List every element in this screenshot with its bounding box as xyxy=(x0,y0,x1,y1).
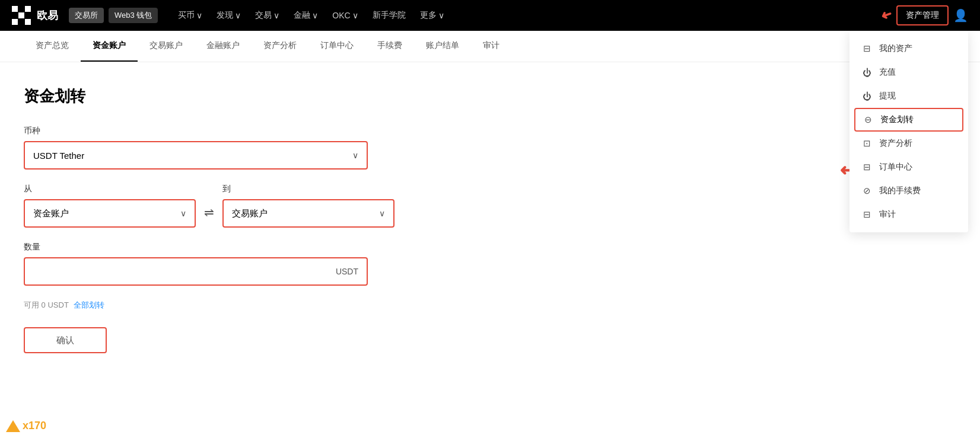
quantity-unit: USDT xyxy=(336,267,358,276)
top-navigation: 欧易 交易所 Web3 钱包 买币 ∨ 发现 ∨ 交易 ∨ 金融 ∨ OKC ∨… xyxy=(0,0,980,31)
chart-icon: ⊡ xyxy=(861,138,872,149)
svg-rect-9 xyxy=(25,19,31,25)
fee-icon: ⊘ xyxy=(861,186,872,196)
upload-icon: ⏻ xyxy=(861,91,872,101)
sub-navigation: 资产总览 资金账户 交易账户 金融账户 资产分析 订单中心 手续费 账户结单 审… xyxy=(0,31,980,62)
dropdown-menu: ⊟ 我的资产 ⏻ 充值 ⏻ 提现 ⊖ 资金划转 ⊡ 资产分析 ⊟ 订单中心 ⊘ … xyxy=(849,31,968,232)
user-icon[interactable]: 👤 xyxy=(953,8,968,23)
dropdown-item-audit[interactable]: ⊟ 审计 xyxy=(849,203,968,226)
logo-area: 欧易 xyxy=(12,6,58,25)
dropdown-item-asset-analysis[interactable]: ⊡ 资产分析 xyxy=(849,132,968,155)
dropdown-item-fee[interactable]: ⊘ 我的手续费 xyxy=(849,179,968,203)
quantity-label: 数量 xyxy=(24,242,498,252)
available-text: 可用 0 USDT xyxy=(24,300,69,311)
main-content: 资金划转 币种 USDT Tether ∨ 从 资金账户 ∨ ⇌ 到 xyxy=(0,62,980,377)
nav-pill-web3[interactable]: Web3 钱包 xyxy=(109,8,158,23)
svg-rect-8 xyxy=(18,19,24,25)
list-icon: ⊟ xyxy=(861,162,872,172)
to-group: 到 交易账户 ∨ xyxy=(222,184,394,228)
subnav-asset-overview[interactable]: 资产总览 xyxy=(24,31,81,62)
quantity-input-wrap: USDT xyxy=(24,257,368,286)
transfer-all-link[interactable]: 全部划转 xyxy=(74,300,104,311)
to-chevron-icon: ∨ xyxy=(379,209,385,218)
chevron-down-icon: ∨ xyxy=(352,151,358,160)
subnav-asset-analysis[interactable]: 资产分析 xyxy=(252,31,308,62)
okx-logo xyxy=(12,6,31,25)
audit-icon: ⊟ xyxy=(861,209,872,220)
available-row: 可用 0 USDT 全部划转 xyxy=(24,300,498,311)
from-group: 从 资金账户 ∨ xyxy=(24,184,196,228)
nav-links: 买币 ∨ 发现 ∨ 交易 ∨ 金融 ∨ OKC ∨ 新手学院 更多 ∨ xyxy=(172,7,450,24)
swap-button[interactable]: ⇌ xyxy=(204,205,214,219)
asset-management-button[interactable]: 资产管理 xyxy=(896,5,949,25)
svg-rect-4 xyxy=(12,12,18,18)
svg-rect-2 xyxy=(18,6,24,12)
nav-discover[interactable]: 发现 ∨ xyxy=(211,7,247,24)
wallet-icon: ⊟ xyxy=(861,43,872,54)
svg-rect-1 xyxy=(12,6,18,12)
nav-right: ➜ 资产管理 👤 xyxy=(881,5,968,25)
svg-rect-5 xyxy=(18,12,24,18)
subnav-audit[interactable]: 审计 xyxy=(471,31,511,62)
nav-more[interactable]: 更多 ∨ xyxy=(414,7,450,24)
from-label: 从 xyxy=(24,184,196,194)
dropdown-item-deposit[interactable]: ⏻ 充值 xyxy=(849,60,968,84)
from-to-row: 从 资金账户 ∨ ⇌ 到 交易账户 ∨ xyxy=(24,184,498,228)
logo-text: 欧易 xyxy=(37,8,58,23)
from-select[interactable]: 资金账户 ∨ xyxy=(24,199,196,228)
dropdown-item-my-assets[interactable]: ⊟ 我的资产 xyxy=(849,37,968,60)
dropdown-item-transfer[interactable]: ⊖ 资金划转 xyxy=(854,108,963,132)
subnav-account-statement[interactable]: 账户结单 xyxy=(414,31,471,62)
currency-select[interactable]: USDT Tether ∨ xyxy=(24,141,368,170)
currency-field-group: 币种 USDT Tether ∨ xyxy=(24,126,498,170)
transfer-icon: ⊖ xyxy=(863,114,873,125)
from-chevron-icon: ∨ xyxy=(180,209,186,218)
subnav-trade-account[interactable]: 交易账户 xyxy=(138,31,195,62)
to-select[interactable]: 交易账户 ∨ xyxy=(222,199,394,228)
nav-okc[interactable]: OKC ∨ xyxy=(326,7,364,24)
subnav-fund-account[interactable]: 资金账户 xyxy=(81,31,138,62)
subnav-order-center[interactable]: 订单中心 xyxy=(308,31,365,62)
to-value: 交易账户 xyxy=(232,208,268,219)
subnav-fees[interactable]: 手续费 xyxy=(365,31,414,62)
page-title: 资金划转 xyxy=(24,86,498,107)
download-icon: ⏻ xyxy=(861,67,872,78)
swap-icon: ⇌ xyxy=(204,206,214,219)
svg-rect-3 xyxy=(25,6,31,12)
arrow-to-asset-mgmt: ➜ xyxy=(879,7,894,25)
from-value: 资金账户 xyxy=(33,208,69,219)
to-label: 到 xyxy=(222,184,394,194)
nav-buy[interactable]: 买币 ∨ xyxy=(172,7,208,24)
nav-trade[interactable]: 交易 ∨ xyxy=(249,7,285,24)
subnav-finance-account[interactable]: 金融账户 xyxy=(195,31,252,62)
nav-pill-exchange[interactable]: 交易所 xyxy=(69,8,104,23)
svg-rect-7 xyxy=(12,19,18,25)
currency-label: 币种 xyxy=(24,126,498,136)
quantity-field-group: 数量 USDT xyxy=(24,242,498,286)
nav-finance[interactable]: 金融 ∨ xyxy=(288,7,324,24)
quantity-input[interactable] xyxy=(33,267,336,277)
transfer-form: 资金划转 币种 USDT Tether ∨ 从 资金账户 ∨ ⇌ 到 xyxy=(24,86,498,353)
dropdown-item-order-center[interactable]: ⊟ 订单中心 xyxy=(849,155,968,179)
confirm-button[interactable]: 确认 xyxy=(24,327,107,353)
dropdown-item-withdraw[interactable]: ⏻ 提现 xyxy=(849,84,968,108)
nav-beginner[interactable]: 新手学院 xyxy=(367,7,412,24)
svg-rect-6 xyxy=(25,12,31,18)
currency-value: USDT Tether xyxy=(33,151,84,161)
